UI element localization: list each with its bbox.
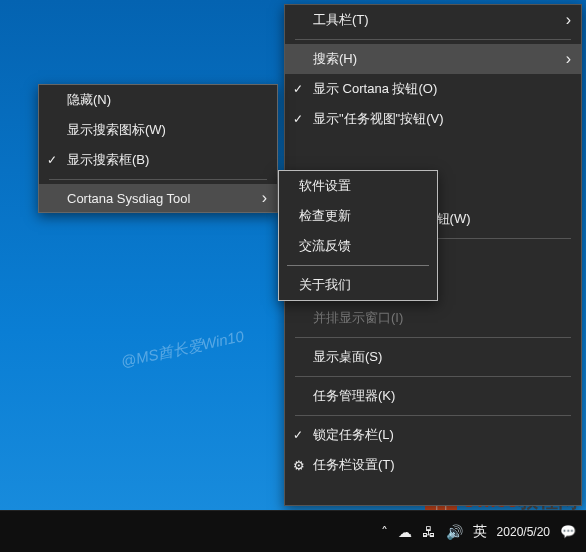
date-text: 2020/5/20 xyxy=(497,525,550,539)
separator xyxy=(295,415,571,416)
tool-feedback[interactable]: 交流反馈 xyxy=(279,231,437,261)
system-tray[interactable]: ˄ ☁ 🖧 🔊 英 xyxy=(381,523,487,541)
tool-update[interactable]: 检查更新 xyxy=(279,201,437,231)
menu-task-manager[interactable]: 任务管理器(K) xyxy=(285,381,581,411)
menu-search[interactable]: 搜索(H) xyxy=(285,44,581,74)
clock[interactable]: 2020/5/20 xyxy=(497,525,550,539)
menu-taskbar-settings[interactable]: 任务栏设置(T) xyxy=(285,450,581,480)
onedrive-icon[interactable]: ☁ xyxy=(398,524,412,540)
menu-show-cortana[interactable]: 显示 Cortana 按钮(O) xyxy=(285,74,581,104)
search-sysdiag-tool[interactable]: Cortana Sysdiag Tool xyxy=(39,184,277,212)
menu-lock-taskbar[interactable]: 锁定任务栏(L) xyxy=(285,420,581,450)
separator xyxy=(295,39,571,40)
separator xyxy=(49,179,267,180)
menu-show-taskview[interactable]: 显示"任务视图"按钮(V) xyxy=(285,104,581,134)
notification-icon[interactable]: 💬 xyxy=(560,524,576,539)
separator xyxy=(295,376,571,377)
search-show-box[interactable]: 显示搜索框(B) xyxy=(39,145,277,175)
search-hide[interactable]: 隐藏(N) xyxy=(39,85,277,115)
separator xyxy=(295,337,571,338)
menu-stack-vertical: 并排显示窗口(I) xyxy=(285,303,581,333)
search-show-icon[interactable]: 显示搜索图标(W) xyxy=(39,115,277,145)
search-submenu: 隐藏(N) 显示搜索图标(W) 显示搜索框(B) Cortana Sysdiag… xyxy=(38,84,278,213)
ime-indicator[interactable]: 英 xyxy=(473,523,487,541)
sysdiag-submenu: 软件设置 检查更新 交流反馈 关于我们 xyxy=(278,170,438,301)
tool-about[interactable]: 关于我们 xyxy=(279,270,437,300)
taskbar[interactable]: ˄ ☁ 🖧 🔊 英 2020/5/20 💬 xyxy=(0,510,586,552)
chevron-up-icon[interactable]: ˄ xyxy=(381,524,388,540)
volume-icon[interactable]: 🔊 xyxy=(446,524,463,540)
tool-settings[interactable]: 软件设置 xyxy=(279,171,437,201)
menu-show-desktop[interactable]: 显示桌面(S) xyxy=(285,342,581,372)
watermark-text: @MS酋长爱Win10 xyxy=(119,327,245,372)
separator xyxy=(287,265,429,266)
menu-toolbars[interactable]: 工具栏(T) xyxy=(285,5,581,35)
network-icon[interactable]: 🖧 xyxy=(422,524,436,540)
